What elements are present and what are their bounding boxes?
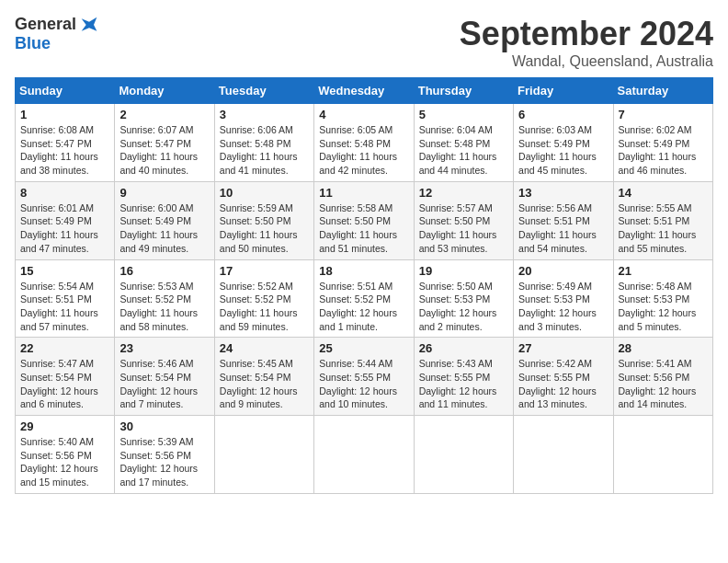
empty-cell bbox=[613, 416, 712, 494]
day-detail: Sunrise: 5:59 AMSunset: 5:50 PMDaylight:… bbox=[220, 201, 309, 256]
calendar-row: 1 Sunrise: 6:08 AMSunset: 5:47 PMDayligh… bbox=[16, 104, 713, 182]
day-cell: 22 Sunrise: 5:47 AMSunset: 5:54 PMDaylig… bbox=[16, 338, 115, 416]
calendar-row: 8 Sunrise: 6:01 AMSunset: 5:49 PMDayligh… bbox=[16, 181, 713, 259]
location-subtitle: Wandal, Queensland, Australia bbox=[460, 53, 713, 70]
day-cell: 26 Sunrise: 5:43 AMSunset: 5:55 PMDaylig… bbox=[414, 338, 513, 416]
day-detail: Sunrise: 5:40 AMSunset: 5:56 PMDaylight:… bbox=[20, 435, 109, 489]
day-cell: 9 Sunrise: 6:00 AMSunset: 5:49 PMDayligh… bbox=[115, 181, 214, 259]
day-number: 2 bbox=[119, 108, 209, 121]
day-number: 5 bbox=[419, 108, 508, 121]
day-number: 6 bbox=[518, 108, 608, 121]
day-number: 3 bbox=[220, 108, 309, 121]
day-cell: 8 Sunrise: 6:01 AMSunset: 5:49 PMDayligh… bbox=[16, 181, 115, 259]
day-number: 29 bbox=[20, 419, 109, 433]
day-number: 24 bbox=[220, 341, 309, 355]
col-saturday: Saturday bbox=[613, 78, 712, 104]
day-cell: 25 Sunrise: 5:44 AMSunset: 5:55 PMDaylig… bbox=[314, 338, 414, 416]
day-cell: 20 Sunrise: 5:49 AMSunset: 5:53 PMDaylig… bbox=[514, 259, 613, 338]
day-number: 23 bbox=[119, 341, 209, 355]
empty-cell bbox=[514, 416, 613, 494]
day-number: 7 bbox=[619, 108, 708, 121]
day-cell: 4 Sunrise: 6:05 AMSunset: 5:48 PMDayligh… bbox=[314, 104, 414, 182]
day-number: 14 bbox=[619, 186, 708, 200]
day-detail: Sunrise: 5:50 AMSunset: 5:53 PMDaylight:… bbox=[419, 280, 508, 334]
day-detail: Sunrise: 5:43 AMSunset: 5:55 PMDaylight:… bbox=[419, 357, 508, 411]
calendar-row: 15 Sunrise: 5:54 AMSunset: 5:51 PMDaylig… bbox=[16, 259, 713, 338]
day-number: 28 bbox=[619, 341, 708, 355]
day-detail: Sunrise: 6:02 AMSunset: 5:49 PMDaylight:… bbox=[619, 123, 708, 178]
day-number: 16 bbox=[119, 264, 209, 278]
col-thursday: Thursday bbox=[414, 78, 513, 104]
day-detail: Sunrise: 6:08 AMSunset: 5:47 PMDaylight:… bbox=[20, 123, 109, 178]
day-cell: 10 Sunrise: 5:59 AMSunset: 5:50 PMDaylig… bbox=[214, 181, 313, 259]
day-number: 26 bbox=[419, 341, 508, 355]
day-cell: 15 Sunrise: 5:54 AMSunset: 5:51 PMDaylig… bbox=[16, 259, 115, 338]
day-number: 27 bbox=[518, 341, 608, 355]
day-number: 13 bbox=[518, 186, 608, 200]
day-cell: 16 Sunrise: 5:53 AMSunset: 5:52 PMDaylig… bbox=[115, 259, 214, 338]
day-detail: Sunrise: 6:01 AMSunset: 5:49 PMDaylight:… bbox=[20, 201, 109, 256]
day-detail: Sunrise: 5:53 AMSunset: 5:52 PMDaylight:… bbox=[119, 280, 209, 334]
day-cell: 28 Sunrise: 5:41 AMSunset: 5:56 PMDaylig… bbox=[613, 338, 712, 416]
day-detail: Sunrise: 6:05 AMSunset: 5:48 PMDaylight:… bbox=[319, 123, 408, 178]
day-number: 25 bbox=[319, 341, 408, 355]
day-cell: 14 Sunrise: 5:55 AMSunset: 5:51 PMDaylig… bbox=[613, 181, 712, 259]
day-cell: 18 Sunrise: 5:51 AMSunset: 5:52 PMDaylig… bbox=[314, 259, 414, 338]
day-number: 18 bbox=[319, 264, 408, 278]
empty-cell bbox=[214, 416, 313, 494]
day-cell: 21 Sunrise: 5:48 AMSunset: 5:53 PMDaylig… bbox=[613, 259, 712, 338]
day-detail: Sunrise: 5:47 AMSunset: 5:54 PMDaylight:… bbox=[20, 357, 109, 411]
page-header: General Blue September 2024 Wandal, Quee… bbox=[15, 15, 713, 70]
day-cell: 27 Sunrise: 5:42 AMSunset: 5:55 PMDaylig… bbox=[514, 338, 613, 416]
day-detail: Sunrise: 5:41 AMSunset: 5:56 PMDaylight:… bbox=[619, 357, 708, 411]
calendar-row: 29 Sunrise: 5:40 AMSunset: 5:56 PMDaylig… bbox=[16, 416, 713, 494]
logo-general-text: General bbox=[15, 15, 76, 34]
day-number: 15 bbox=[20, 264, 109, 278]
day-cell: 6 Sunrise: 6:03 AMSunset: 5:49 PMDayligh… bbox=[514, 104, 613, 182]
day-number: 4 bbox=[319, 108, 408, 121]
day-number: 17 bbox=[220, 264, 309, 278]
day-detail: Sunrise: 6:03 AMSunset: 5:49 PMDaylight:… bbox=[518, 123, 608, 178]
day-number: 21 bbox=[619, 264, 708, 278]
day-detail: Sunrise: 5:44 AMSunset: 5:55 PMDaylight:… bbox=[319, 357, 408, 411]
day-detail: Sunrise: 5:48 AMSunset: 5:53 PMDaylight:… bbox=[619, 280, 708, 334]
day-number: 22 bbox=[20, 341, 109, 355]
day-cell: 23 Sunrise: 5:46 AMSunset: 5:54 PMDaylig… bbox=[115, 338, 214, 416]
day-detail: Sunrise: 6:06 AMSunset: 5:48 PMDaylight:… bbox=[220, 123, 309, 178]
day-cell: 5 Sunrise: 6:04 AMSunset: 5:48 PMDayligh… bbox=[414, 104, 513, 182]
col-tuesday: Tuesday bbox=[214, 78, 313, 104]
day-cell: 12 Sunrise: 5:57 AMSunset: 5:50 PMDaylig… bbox=[414, 181, 513, 259]
day-detail: Sunrise: 6:07 AMSunset: 5:47 PMDaylight:… bbox=[119, 123, 209, 178]
day-cell: 24 Sunrise: 5:45 AMSunset: 5:54 PMDaylig… bbox=[214, 338, 313, 416]
day-cell: 7 Sunrise: 6:02 AMSunset: 5:49 PMDayligh… bbox=[613, 104, 712, 182]
day-detail: Sunrise: 5:57 AMSunset: 5:50 PMDaylight:… bbox=[419, 201, 508, 256]
calendar-table: Sunday Monday Tuesday Wednesday Thursday… bbox=[15, 77, 713, 494]
day-number: 8 bbox=[20, 186, 109, 200]
logo-bird-icon bbox=[80, 16, 98, 34]
day-number: 19 bbox=[419, 264, 508, 278]
day-number: 1 bbox=[20, 108, 109, 121]
logo-blue-text: Blue bbox=[15, 34, 51, 53]
title-block: September 2024 Wandal, Queensland, Austr… bbox=[460, 15, 713, 70]
day-detail: Sunrise: 6:04 AMSunset: 5:48 PMDaylight:… bbox=[419, 123, 508, 178]
day-number: 9 bbox=[119, 186, 209, 200]
day-detail: Sunrise: 5:58 AMSunset: 5:50 PMDaylight:… bbox=[319, 201, 408, 256]
day-detail: Sunrise: 5:55 AMSunset: 5:51 PMDaylight:… bbox=[619, 201, 708, 256]
day-detail: Sunrise: 5:39 AMSunset: 5:56 PMDaylight:… bbox=[119, 435, 209, 489]
day-cell: 1 Sunrise: 6:08 AMSunset: 5:47 PMDayligh… bbox=[16, 104, 115, 182]
day-number: 30 bbox=[119, 419, 209, 433]
day-detail: Sunrise: 5:42 AMSunset: 5:55 PMDaylight:… bbox=[518, 357, 608, 411]
day-cell: 2 Sunrise: 6:07 AMSunset: 5:47 PMDayligh… bbox=[115, 104, 214, 182]
day-number: 11 bbox=[319, 186, 408, 200]
day-detail: Sunrise: 5:46 AMSunset: 5:54 PMDaylight:… bbox=[119, 357, 209, 411]
col-monday: Monday bbox=[115, 78, 214, 104]
col-friday: Friday bbox=[514, 78, 613, 104]
logo: General Blue bbox=[15, 15, 98, 53]
day-cell: 30 Sunrise: 5:39 AMSunset: 5:56 PMDaylig… bbox=[115, 416, 214, 494]
day-detail: Sunrise: 6:00 AMSunset: 5:49 PMDaylight:… bbox=[119, 201, 209, 256]
day-detail: Sunrise: 5:51 AMSunset: 5:52 PMDaylight:… bbox=[319, 280, 408, 334]
day-detail: Sunrise: 5:52 AMSunset: 5:52 PMDaylight:… bbox=[220, 280, 309, 334]
day-detail: Sunrise: 5:49 AMSunset: 5:53 PMDaylight:… bbox=[518, 280, 608, 334]
day-number: 10 bbox=[220, 186, 309, 200]
empty-cell bbox=[314, 416, 414, 494]
